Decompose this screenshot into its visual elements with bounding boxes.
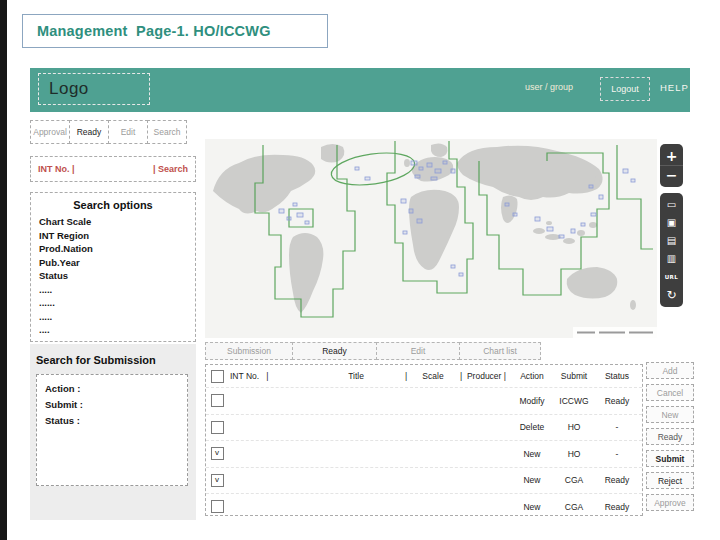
field-status[interactable]: Status :	[45, 413, 179, 429]
ready-button[interactable]: Ready	[69, 120, 109, 144]
tab-edit[interactable]: Edit	[376, 342, 460, 360]
row-checkbox[interactable]: v	[211, 474, 224, 487]
checkbox-cell	[206, 394, 228, 407]
user-group-label: user / group	[525, 82, 573, 92]
table-row[interactable]: Modify ICCWG Ready	[206, 387, 642, 414]
cell-submit: HO	[552, 449, 596, 459]
zoom-control-block: + −	[660, 144, 683, 187]
header-int-no: INT No. |	[228, 371, 312, 381]
option-placeholder: ......	[39, 296, 187, 310]
cell-action: Delete	[512, 422, 552, 432]
table-row[interactable]: v New HO -	[206, 440, 642, 467]
logo[interactable]: Logo	[38, 73, 150, 105]
submission-table: INT No. | Title | Scale | Producer | Act…	[205, 364, 643, 516]
option-placeholder: .....	[39, 310, 187, 324]
search-button[interactable]: Search	[147, 120, 187, 144]
help-link[interactable]: HELP	[660, 82, 689, 93]
cell-submit: ICCWG	[552, 396, 596, 406]
option-placeholder: .....	[39, 283, 187, 297]
cell-status: Ready	[596, 396, 638, 406]
submit-button[interactable]: Submit	[646, 450, 694, 467]
table-header-row: INT No. | Title | Scale | Producer | Act…	[206, 365, 642, 387]
table-row[interactable]: Delete HO -	[206, 414, 642, 441]
print-icon[interactable]: ▤	[660, 232, 683, 250]
checkbox-cell	[206, 421, 228, 434]
row-checkbox[interactable]	[211, 500, 224, 513]
edit-button[interactable]: Edit	[108, 120, 148, 144]
header-action: Action	[512, 371, 552, 381]
approval-button[interactable]: Approval	[30, 120, 70, 144]
action-button-column: Add Cancel New Ready Submit Reject Appro…	[646, 362, 694, 516]
table-row[interactable]: v New CGA Ready	[206, 467, 642, 494]
cell-submit: HO	[552, 422, 596, 432]
left-edge-strip	[0, 0, 7, 540]
header-pipe: |	[400, 371, 412, 381]
page-title: Management Page-1. HO/ICCWG	[37, 23, 271, 39]
cell-action: New	[512, 475, 552, 485]
layers-icon[interactable]: ▣	[660, 214, 683, 232]
submission-search-box: Action : Submit : Status :	[36, 374, 188, 486]
search-options-title: Search options	[39, 199, 187, 211]
cell-status: Ready	[596, 502, 638, 512]
tab-chart-list[interactable]: Chart list	[459, 342, 541, 360]
map-control-panel: + − ▭ ▣ ▤ ▥ URL ↻	[660, 144, 684, 313]
cell-submit: CGA	[552, 502, 596, 512]
int-no-label: INT No. |	[38, 164, 75, 174]
row-checkbox[interactable]	[211, 421, 224, 434]
refresh-icon[interactable]: ↻	[660, 286, 683, 304]
zoom-in-icon[interactable]: +	[660, 147, 683, 165]
logo-label: Logo	[49, 79, 89, 99]
add-button[interactable]: Add	[646, 362, 694, 379]
page-title-box: Management Page-1. HO/ICCWG	[22, 14, 328, 48]
list-tabs: Submission Ready Edit Chart list	[205, 342, 540, 360]
cell-status: -	[596, 449, 638, 459]
option-chart-scale[interactable]: Chart Scale	[39, 215, 187, 229]
cancel-button[interactable]: Cancel	[646, 384, 694, 401]
header-producer: | Producer |	[454, 371, 512, 381]
option-pub-year[interactable]: Pub.Year	[39, 256, 187, 270]
ready-action-button[interactable]: Ready	[646, 428, 694, 445]
map-tools-block: ▭ ▣ ▤ ▥ URL ↻	[660, 193, 683, 307]
checkbox-cell: v	[206, 447, 228, 460]
zoom-out-icon[interactable]: −	[660, 165, 683, 184]
field-submit[interactable]: Submit :	[45, 397, 179, 413]
header-scale: Scale	[412, 371, 454, 381]
option-status[interactable]: Status	[39, 269, 187, 283]
world-map[interactable]	[205, 139, 657, 338]
checkbox-cell	[206, 500, 228, 513]
cell-action: Modify	[512, 396, 552, 406]
row-checkbox[interactable]: v	[211, 447, 224, 460]
header-checkbox-cell	[206, 370, 228, 383]
reject-button[interactable]: Reject	[646, 472, 694, 489]
search-options-panel: Search options Chart Scale INT Region Pr…	[30, 192, 196, 342]
row-checkbox[interactable]	[211, 394, 224, 407]
toolbar: Approval Ready Edit Search	[30, 120, 186, 144]
url-button[interactable]: URL	[660, 268, 683, 286]
checkbox-cell: v	[206, 474, 228, 487]
option-placeholder: ....	[39, 323, 187, 337]
select-all-checkbox[interactable]	[211, 370, 224, 383]
submission-search-title: Search for Submission	[30, 344, 196, 366]
header-bar: Logo user / group Logout HELP	[30, 68, 690, 112]
search-label[interactable]: | Search	[153, 164, 188, 174]
int-no-search-bar[interactable]: INT No. | | Search	[30, 156, 196, 182]
option-int-region[interactable]: INT Region	[39, 229, 187, 243]
table-row[interactable]: New CGA Ready	[206, 493, 642, 520]
logout-button[interactable]: Logout	[600, 77, 650, 101]
option-prod-nation[interactable]: Prod.Nation	[39, 242, 187, 256]
tab-submission[interactable]: Submission	[205, 342, 293, 360]
submission-search-panel: Search for Submission Action : Submit : …	[30, 344, 196, 520]
header-status: Status	[596, 371, 638, 381]
new-button[interactable]: New	[646, 406, 694, 423]
cell-status: Ready	[596, 475, 638, 485]
approve-button[interactable]: Approve	[646, 494, 694, 511]
cell-submit: CGA	[552, 475, 596, 485]
header-title: Title	[312, 371, 400, 381]
header-submit: Submit	[552, 371, 596, 381]
cell-action: New	[512, 449, 552, 459]
save-icon[interactable]: ▥	[660, 250, 683, 268]
tab-ready[interactable]: Ready	[292, 342, 377, 360]
management-page-slide: Management Page-1. HO/ICCWG Logo user / …	[0, 0, 720, 540]
field-action[interactable]: Action :	[45, 381, 179, 397]
extent-icon[interactable]: ▭	[660, 196, 683, 214]
